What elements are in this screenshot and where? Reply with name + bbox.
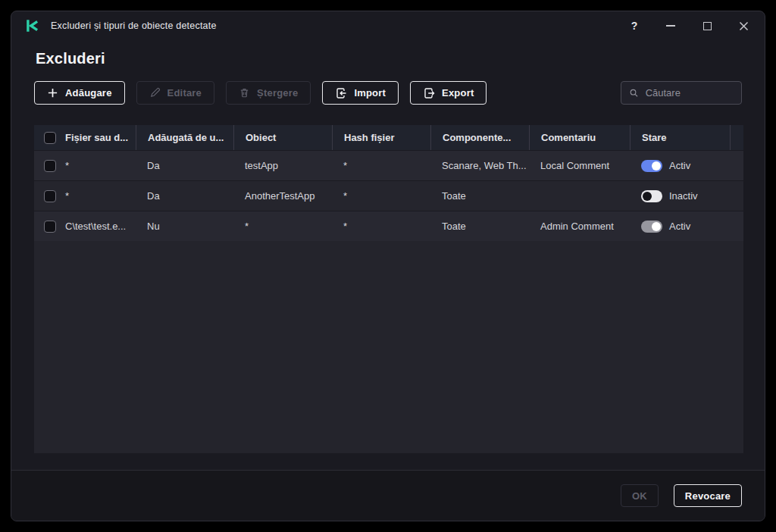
cell-components: Toate — [430, 221, 529, 232]
column-header-state[interactable]: Stare — [630, 125, 730, 150]
column-header-object[interactable]: Obiect — [233, 125, 332, 150]
search-box[interactable] — [621, 81, 742, 105]
search-input[interactable] — [646, 87, 734, 99]
plus-icon — [47, 87, 58, 99]
cancel-button[interactable]: Revocare — [674, 484, 742, 507]
state-toggle[interactable] — [641, 190, 662, 202]
exclusions-table: Fișier sau d... Adăugată de u... Obiect … — [34, 125, 743, 453]
cell-hash: * — [332, 160, 430, 171]
cell-components: Toate — [430, 190, 529, 202]
delete-button: Ștergere — [226, 81, 311, 105]
row-checkbox[interactable] — [44, 190, 56, 202]
table-row[interactable]: C\test\test.e... Nu * * Toate Admin Comm… — [34, 211, 743, 241]
help-icon[interactable]: ? — [628, 20, 640, 32]
minimize-icon[interactable] — [665, 20, 677, 32]
column-header-added-by[interactable]: Adăugată de u... — [136, 125, 233, 150]
column-header-hash[interactable]: Hash fișier — [332, 125, 430, 150]
state-label: Activ — [669, 221, 690, 232]
kaspersky-logo-icon — [25, 18, 40, 33]
title-bar: Excluderi și tipuri de obiecte detectate… — [11, 11, 765, 40]
row-checkbox[interactable] — [44, 160, 56, 172]
cell-added-by: Da — [136, 160, 233, 171]
cell-object: testApp — [233, 160, 332, 171]
cell-added-by: Da — [136, 190, 233, 202]
close-icon[interactable] — [737, 20, 749, 32]
export-button[interactable]: Export — [410, 81, 487, 105]
state-label: Activ — [669, 160, 690, 171]
cell-state: Activ — [630, 160, 730, 172]
pencil-icon — [149, 87, 161, 99]
add-button[interactable]: Adăugare — [34, 81, 125, 105]
cell-comment: Local Comment — [529, 160, 630, 171]
search-icon — [629, 87, 639, 99]
footer-bar: OK Revocare — [11, 470, 765, 521]
cell-object: * — [233, 221, 332, 232]
table-row[interactable]: * Da AnotherTestApp * Toate Inactiv — [34, 180, 743, 211]
window-title: Excluderi și tipuri de obiecte detectate — [51, 20, 217, 31]
state-toggle[interactable] — [641, 221, 662, 233]
column-header-components[interactable]: Componente... — [430, 125, 529, 150]
cell-file: * — [63, 190, 136, 202]
toolbar: Adăugare Editare Ștergere Import Export — [34, 81, 742, 105]
edit-button: Editare — [136, 81, 214, 105]
cell-file: C\test\test.e... — [63, 221, 136, 232]
app-window: Excluderi și tipuri de obiecte detectate… — [11, 11, 765, 521]
cell-components: Scanare, Web Th... — [430, 160, 529, 171]
column-header-comment[interactable]: Comentariu — [529, 125, 630, 150]
select-all-checkbox[interactable] — [44, 132, 56, 144]
export-icon — [423, 87, 435, 99]
import-button[interactable]: Import — [322, 81, 399, 105]
select-all-cell — [34, 125, 63, 150]
column-header-file[interactable]: Fișier sau d... — [63, 125, 136, 150]
cell-object: AnotherTestApp — [233, 190, 332, 202]
table-header-row: Fișier sau d... Adăugată de u... Obiect … — [34, 125, 743, 150]
cell-comment: Admin Comment — [529, 221, 630, 232]
cell-added-by: Nu — [136, 221, 233, 232]
cell-hash: * — [332, 190, 430, 202]
cell-state: Activ — [630, 221, 730, 233]
cell-state: Inactiv — [630, 190, 730, 202]
column-header-spacer — [730, 125, 743, 150]
table-row[interactable]: * Da testApp * Scanare, Web Th... Local … — [34, 150, 743, 180]
trash-icon — [239, 87, 250, 99]
page-title: Excluderi — [36, 50, 765, 67]
maximize-icon[interactable] — [701, 20, 713, 32]
row-checkbox[interactable] — [44, 221, 56, 233]
table-empty-area — [34, 241, 743, 453]
cell-file: * — [63, 160, 136, 171]
state-label: Inactiv — [669, 190, 698, 202]
import-icon — [335, 87, 347, 99]
window-controls: ? — [628, 20, 749, 32]
state-toggle[interactable] — [641, 160, 662, 172]
cell-hash: * — [332, 221, 430, 232]
ok-button: OK — [621, 484, 659, 507]
